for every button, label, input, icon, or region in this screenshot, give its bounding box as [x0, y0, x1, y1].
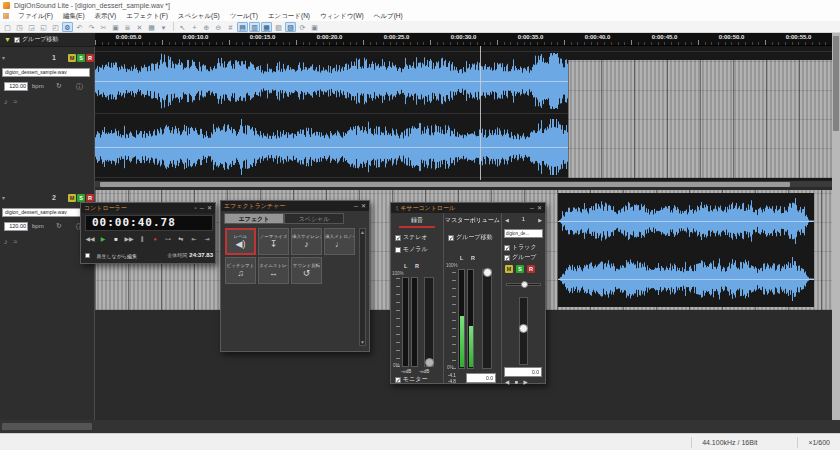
refresh-button[interactable]: ⟳: [297, 22, 308, 32]
scroll-down-icon[interactable]: ▼: [360, 339, 365, 345]
select-all-button[interactable]: ▦: [146, 22, 157, 32]
view-waveform-button[interactable]: ▤: [237, 22, 248, 32]
view-controller-button[interactable]: ▨: [285, 22, 296, 32]
solo-button[interactable]: S: [77, 194, 85, 202]
strip-fader-knob[interactable]: [519, 324, 528, 333]
track-expander-icon[interactable]: ▾: [2, 194, 5, 201]
track-2-right-channel-waveform[interactable]: [558, 255, 814, 303]
grid-button[interactable]: #: [225, 22, 236, 32]
splice-button[interactable]: ⊶: [162, 234, 174, 244]
effect-reverse-button[interactable]: サウンド反転 ↺: [291, 257, 322, 284]
record-arm-button[interactable]: R: [86, 54, 94, 62]
effect-insert-silence-button[interactable]: 挿入サイレンス ♪: [291, 228, 322, 255]
cut-button[interactable]: ✂: [98, 22, 109, 32]
minimize-icon[interactable]: ─: [354, 202, 358, 210]
track-expander-icon[interactable]: ▾: [2, 54, 5, 61]
record-button[interactable]: ●: [149, 234, 161, 244]
hand-tool-button[interactable]: +: [189, 22, 200, 32]
bottom-scroll-strip[interactable]: [0, 420, 840, 433]
paste-button[interactable]: ≣: [122, 22, 133, 32]
strip-nav-buttons[interactable]: ◀ ■ ▶: [505, 379, 530, 385]
pause-button[interactable]: ∥: [136, 234, 148, 244]
master-group-checkbox[interactable]: ✓グループ移動: [448, 233, 492, 242]
stereo-checkbox[interactable]: ✓ステレオ: [395, 233, 428, 242]
track-name-input[interactable]: digion_dessert_sample.wav: [2, 208, 90, 217]
pan-slider[interactable]: [506, 283, 541, 286]
tab-special[interactable]: スペシャル: [284, 213, 344, 224]
record-arm-button[interactable]: R: [86, 194, 94, 202]
minimize-icon[interactable]: ─: [530, 204, 534, 212]
track-option-icons[interactable]: ♪≈: [4, 238, 23, 245]
track-name-input[interactable]: digion_dessert_sample.wav: [2, 68, 90, 77]
horizontal-scrollbar-thumb[interactable]: [100, 182, 790, 187]
close-icon[interactable]: ✕: [207, 204, 212, 212]
track-2-left-channel-waveform[interactable]: [558, 197, 814, 245]
bpm-input[interactable]: 120.00: [4, 82, 28, 91]
mono-checkbox[interactable]: モノラル: [395, 245, 428, 254]
record-fader[interactable]: [424, 277, 434, 367]
effect-insert-metronome-button[interactable]: 挿入メトロノーム ♩: [324, 228, 355, 255]
copy-button[interactable]: ▣: [110, 22, 121, 32]
pan-knob[interactable]: [521, 281, 528, 288]
jump-start-button[interactable]: ⇤: [188, 234, 200, 244]
launcher-scrollbar[interactable]: ▲ ▼: [359, 228, 366, 346]
export-button[interactable]: ◰: [50, 22, 61, 32]
track-2-audio-clip[interactable]: [558, 193, 814, 307]
mixer-title-bar[interactable]: ミキサーコントロール ─ ✕: [391, 203, 545, 213]
view-tracks-button[interactable]: ▥: [249, 22, 260, 32]
monitor-checkbox[interactable]: ✓モニター: [395, 375, 427, 384]
track-1-left-channel-waveform[interactable]: [95, 52, 568, 110]
filter-icon[interactable]: ▼: [4, 36, 11, 43]
menu-item[interactable]: ウィンドウ(W): [315, 12, 369, 21]
mute-button[interactable]: M: [68, 194, 76, 202]
timeline-ruler[interactable]: 0:00:05.00:00:10.00:00:15.00:00:20.00:00…: [95, 33, 832, 46]
effect-level-button[interactable]: レベル ◀): [225, 228, 256, 255]
controller-title-bar[interactable]: コントローラー ▫ ─ ✕: [81, 203, 215, 213]
zoom-out-button[interactable]: ⊖: [213, 22, 224, 32]
menu-item[interactable]: ファイル(F): [13, 12, 58, 21]
track-1-waveform-lane[interactable]: [95, 46, 832, 180]
strip-fader[interactable]: [519, 297, 528, 365]
track-1-right-channel-waveform[interactable]: [95, 118, 568, 176]
next-track-button[interactable]: ▶: [538, 217, 542, 223]
save-button[interactable]: ◲: [26, 22, 37, 32]
view-launcher-button[interactable]: ▧: [273, 22, 284, 32]
delete-button[interactable]: ✕: [134, 22, 145, 32]
effect-normalize-button[interactable]: ノーマライズ ↧: [258, 228, 289, 255]
playhead-cursor[interactable]: [480, 46, 481, 180]
menu-item[interactable]: ツール(T): [225, 12, 263, 21]
launcher-title-bar[interactable]: エフェクトランチャー ─ ✕: [221, 201, 369, 211]
save-as-button[interactable]: ◱: [38, 22, 49, 32]
strip-value-input[interactable]: 0.0: [504, 367, 542, 377]
track-select-dropdown[interactable]: digion_de...: [504, 229, 543, 238]
menu-item[interactable]: 編集(E): [58, 12, 90, 21]
record-settings-button[interactable]: ⚙: [62, 22, 73, 32]
loop-button[interactable]: ⇆: [175, 234, 187, 244]
menu-item[interactable]: ヘルプ(H): [369, 12, 408, 21]
close-icon[interactable]: ✕: [361, 202, 366, 210]
undo-button[interactable]: ↶: [74, 22, 85, 32]
open-button[interactable]: ◳: [14, 22, 25, 32]
effect-pitch-shift-button[interactable]: ピッチシフト ♫: [225, 257, 256, 284]
master-fader-knob[interactable]: [483, 268, 492, 277]
vertical-scrollbar[interactable]: [832, 33, 840, 420]
bottom-scroll-thumb[interactable]: [2, 423, 92, 430]
rewind-button[interactable]: ◀◀: [84, 234, 96, 244]
record-fader-knob[interactable]: [425, 358, 434, 367]
horizontal-scrollbar[interactable]: [95, 180, 832, 187]
master-fader[interactable]: [482, 269, 492, 369]
edit-while-play-checkbox[interactable]: 再生しながら編集: [85, 246, 137, 264]
jump-end-button[interactable]: ⇥: [201, 234, 213, 244]
pointer-tool-button[interactable]: ↖: [177, 22, 188, 32]
strip-mute-button[interactable]: M: [505, 265, 513, 273]
strip-record-button[interactable]: R: [527, 265, 535, 273]
more-dropdown[interactable]: ▾: [158, 22, 169, 32]
tab-effects[interactable]: エフェクト: [224, 213, 284, 224]
pin-icon[interactable]: ▫: [195, 204, 197, 212]
menu-item[interactable]: エンコード(N): [263, 12, 315, 21]
refresh-bpm-icon[interactable]: ↻: [56, 82, 62, 90]
effect-time-stretch-button[interactable]: タイムストレッチ ↔: [258, 257, 289, 284]
fast-forward-button[interactable]: ▶▶: [123, 234, 135, 244]
scroll-up-icon[interactable]: ▲: [360, 229, 365, 235]
panel-toggle-button[interactable]: ▣: [309, 22, 320, 32]
